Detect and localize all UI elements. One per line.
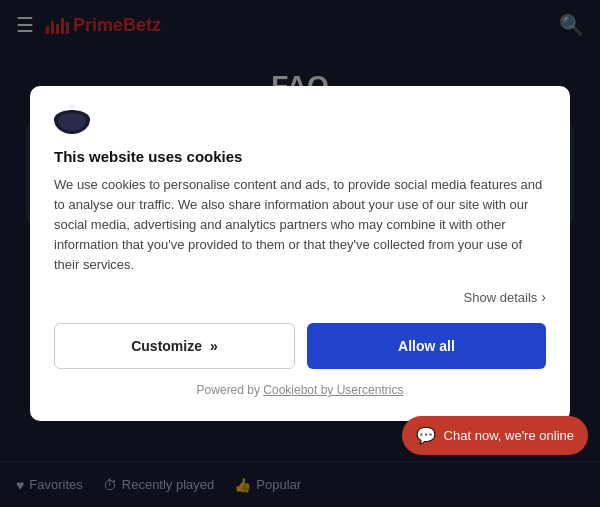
cookiebot-logo-inner [58, 113, 86, 131]
customize-button[interactable]: Customize » [54, 323, 295, 369]
chat-label: Chat now, we're online [444, 428, 574, 443]
chat-button[interactable]: 💬 Chat now, we're online [402, 416, 588, 455]
show-details-link[interactable]: Show details › [464, 289, 546, 305]
cookie-modal-title: This website uses cookies [54, 148, 546, 165]
powered-by-text: Powered by [197, 383, 260, 397]
cookie-powered-by: Powered by Cookiebot by Usercentrics [54, 383, 546, 397]
show-details-label: Show details [464, 290, 538, 305]
allow-all-button[interactable]: Allow all [307, 323, 546, 369]
powered-by-link[interactable]: Cookiebot by Usercentrics [263, 383, 403, 397]
chat-icon: 💬 [416, 426, 436, 445]
customize-label: Customize [131, 338, 202, 354]
cookie-buttons: Customize » Allow all [54, 323, 546, 369]
cookie-modal: This website uses cookies We use cookies… [30, 86, 570, 422]
customize-arrow-icon: » [210, 338, 218, 354]
cookiebot-logo-icon [54, 110, 90, 134]
cookie-show-details-row: Show details › [54, 289, 546, 305]
show-details-chevron-icon: › [541, 289, 546, 305]
cookie-modal-body: We use cookies to personalise content an… [54, 175, 546, 276]
